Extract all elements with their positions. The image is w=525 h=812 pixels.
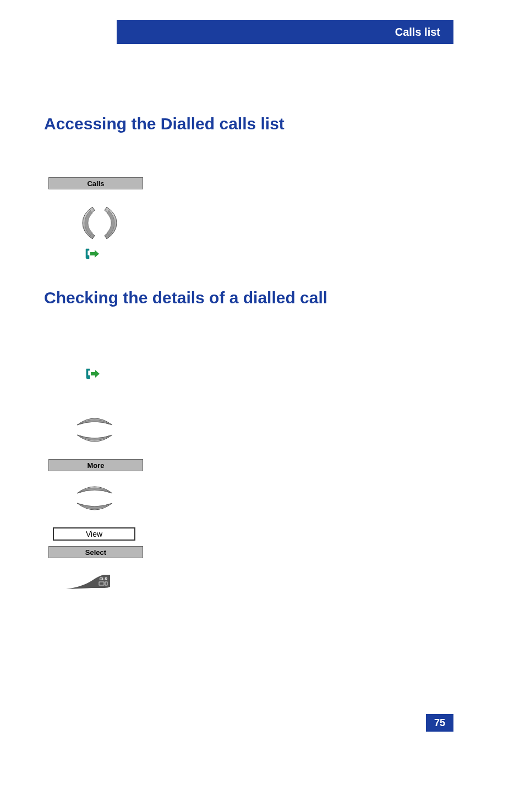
page-number-text: 75	[434, 717, 445, 729]
nav-updown-icon	[73, 413, 473, 449]
header-bar: Calls list	[117, 20, 453, 44]
nav-leftright-icon	[78, 203, 473, 246]
section-heading-2: Checking the details of a dialled call	[44, 288, 473, 307]
page-content: Accessing the Dialled calls list Calls C…	[44, 115, 473, 591]
nav-updown-icon-2	[73, 481, 473, 517]
clr-label: CLR	[100, 577, 107, 581]
more-button-label: More	[87, 461, 104, 470]
header-title: Calls list	[395, 26, 440, 39]
select-button-label: Select	[85, 548, 106, 557]
select-button[interactable]: Select	[48, 546, 143, 558]
calls-button-label: Calls	[87, 179, 104, 188]
more-button[interactable]: More	[48, 459, 143, 471]
dialled-call-icon-2	[85, 368, 473, 382]
view-label: View	[86, 530, 102, 538]
section-heading-1: Accessing the Dialled calls list	[44, 115, 473, 133]
page-number: 75	[426, 714, 453, 732]
calls-button[interactable]: Calls	[48, 177, 143, 189]
dialled-call-icon	[85, 248, 473, 262]
view-option: View	[53, 527, 135, 541]
clr-key-icon: CLR	[66, 574, 473, 591]
